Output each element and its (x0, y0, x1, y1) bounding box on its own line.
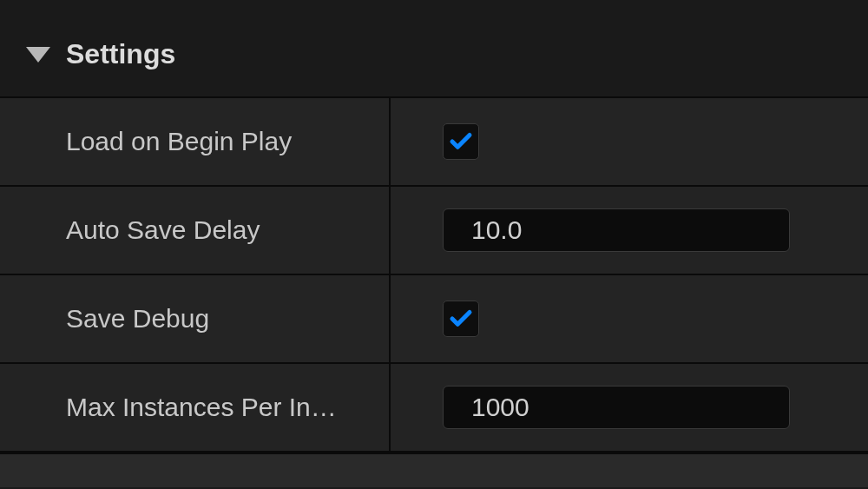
setting-label: Load on Begin Play (0, 98, 391, 185)
setting-row-auto-save-delay: Auto Save Delay (0, 187, 868, 275)
max-instances-input[interactable] (443, 386, 790, 429)
setting-label: Save Debug (0, 275, 391, 362)
auto-save-delay-input[interactable] (443, 208, 790, 252)
section-title: Settings (66, 38, 175, 70)
bottom-spacer (0, 453, 868, 487)
setting-value-cell (391, 275, 868, 362)
checkmark-icon (448, 129, 474, 155)
setting-label: Max Instances Per In… (0, 364, 391, 451)
setting-row-load-on-begin-play: Load on Begin Play (0, 98, 868, 187)
setting-value-cell (391, 364, 868, 451)
setting-row-max-instances: Max Instances Per In… (0, 364, 868, 453)
load-on-begin-play-checkbox[interactable] (443, 123, 479, 160)
expand-collapse-icon[interactable] (26, 47, 50, 63)
setting-value-cell (391, 187, 868, 274)
save-debug-checkbox[interactable] (443, 301, 479, 337)
settings-grid: Load on Begin Play Auto Save Delay Save … (0, 96, 868, 453)
setting-value-cell (391, 98, 868, 185)
setting-label: Auto Save Delay (0, 187, 391, 274)
settings-panel: Settings Load on Begin Play Auto Save De… (0, 0, 868, 489)
checkmark-icon (448, 306, 474, 332)
section-header[interactable]: Settings (0, 24, 868, 96)
setting-row-save-debug: Save Debug (0, 275, 868, 364)
